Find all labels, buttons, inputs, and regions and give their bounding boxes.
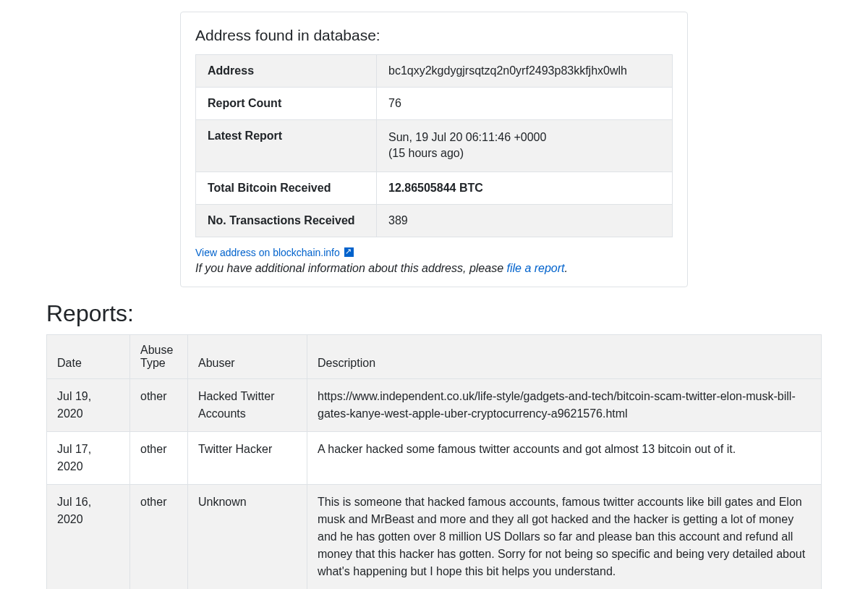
reports-header-row: Date Abuse Type Abuser Description xyxy=(47,334,822,378)
info-row-value: Sun, 19 Jul 20 06:11:46 +0000(15 hours a… xyxy=(377,120,673,172)
card-footer: View address on blockchain.info If you h… xyxy=(195,246,673,275)
info-row: Report Count76 xyxy=(196,88,673,120)
reports-heading: Reports: xyxy=(46,300,868,327)
cell-type: other xyxy=(130,431,188,484)
col-header-description: Description xyxy=(307,334,822,378)
table-row: Jul 17, 2020otherTwitter HackerA hacker … xyxy=(47,431,822,484)
cell-abuser: Twitter Hacker xyxy=(188,431,307,484)
info-row: Latest ReportSun, 19 Jul 20 06:11:46 +00… xyxy=(196,120,673,172)
cell-description: https://www.independent.co.uk/life-style… xyxy=(307,378,822,431)
info-row-value: 389 xyxy=(377,204,673,237)
col-header-abuser: Abuser xyxy=(188,334,307,378)
info-row-label: Report Count xyxy=(196,88,377,120)
reports-table: Date Abuse Type Abuser Description Jul 1… xyxy=(46,334,822,589)
cell-description: This is someone that hacked famous accou… xyxy=(307,484,822,589)
info-row-value: 12.86505844 BTC xyxy=(377,171,673,204)
info-row-label: Total Bitcoin Received xyxy=(196,171,377,204)
table-row: Jul 19, 2020otherHacked Twitter Accounts… xyxy=(47,378,822,431)
info-row: Addressbc1qxy2kgdygjrsqtzq2n0yrf2493p83k… xyxy=(196,55,673,88)
address-info-table: Addressbc1qxy2kgdygjrsqtzq2n0yrf2493p83k… xyxy=(195,54,673,237)
external-link-icon xyxy=(344,247,354,257)
cell-date: Jul 16, 2020 xyxy=(47,484,130,589)
address-info-card: Address found in database: Addressbc1qxy… xyxy=(180,12,688,287)
view-blockchain-link[interactable]: View address on blockchain.info xyxy=(195,247,354,258)
cell-type: other xyxy=(130,484,188,589)
info-row: No. Transactions Received389 xyxy=(196,204,673,237)
ext-link-text: View address on blockchain.info xyxy=(195,247,340,258)
cell-date: Jul 19, 2020 xyxy=(47,378,130,431)
col-header-abuse-type: Abuse Type xyxy=(130,334,188,378)
file-report-link[interactable]: file a report xyxy=(507,262,565,274)
info-row-label: No. Transactions Received xyxy=(196,204,377,237)
card-title: Address found in database: xyxy=(195,27,673,44)
col-header-date: Date xyxy=(47,334,130,378)
info-row-value: bc1qxy2kgdygjrsqtzq2n0yrf2493p83kkfjhx0w… xyxy=(377,55,673,88)
info-row-value: 76 xyxy=(377,88,673,120)
info-row-label: Latest Report xyxy=(196,120,377,172)
table-row: Jul 16, 2020otherUnknownThis is someone … xyxy=(47,484,822,589)
file-report-sentence: If you have additional information about… xyxy=(195,262,673,275)
info-row-label: Address xyxy=(196,55,377,88)
cell-description: A hacker hacked some famous twitter acco… xyxy=(307,431,822,484)
cell-date: Jul 17, 2020 xyxy=(47,431,130,484)
info-row: Total Bitcoin Received12.86505844 BTC xyxy=(196,171,673,204)
cell-abuser: Hacked Twitter Accounts xyxy=(188,378,307,431)
cell-abuser: Unknown xyxy=(188,484,307,589)
cell-type: other xyxy=(130,378,188,431)
